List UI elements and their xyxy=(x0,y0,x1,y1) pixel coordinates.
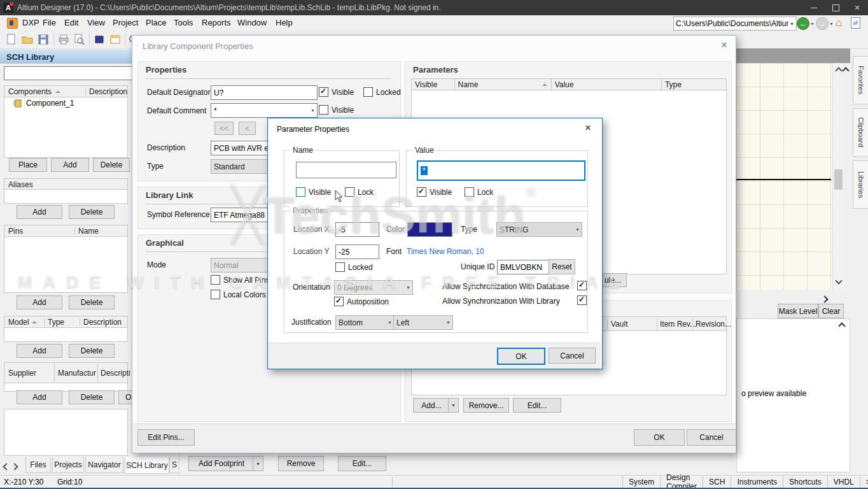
parameter-value-input[interactable]: * xyxy=(417,160,585,181)
add-pin-button[interactable]: Add xyxy=(17,295,62,309)
expand-right-icon[interactable] xyxy=(822,295,827,304)
param-dialog-close-icon[interactable]: × xyxy=(585,122,591,134)
collapse-panel-icon[interactable] xyxy=(839,322,844,330)
print-preview-icon[interactable] xyxy=(73,33,85,46)
show-all-pins-checkbox[interactable]: Show All Pins xyxy=(211,275,270,285)
menu-project[interactable]: Project xyxy=(108,15,143,31)
back-button[interactable]: ← xyxy=(797,17,809,30)
pins-list-header[interactable]: Pins Name xyxy=(4,225,128,237)
tab-truncated[interactable]: S xyxy=(169,457,179,473)
designator-visible-checkbox[interactable]: Visible xyxy=(319,87,354,97)
menu-help[interactable]: Help xyxy=(271,15,297,31)
tab-navigator[interactable]: Navigator xyxy=(85,457,123,473)
components-list-header[interactable]: Components Description xyxy=(4,85,128,98)
address-dropdown-icon[interactable]: ▼ xyxy=(790,22,794,26)
local-colors-checkbox[interactable]: Local Colors xyxy=(211,290,266,299)
panel-button-instruments[interactable]: Instruments xyxy=(731,476,783,488)
panels-icon[interactable] xyxy=(109,33,122,46)
add-alias-button[interactable]: Add xyxy=(17,205,62,219)
menu-edit[interactable]: Edit xyxy=(60,15,83,31)
sync-database-checkbox[interactable] xyxy=(577,281,587,290)
delete-model-button[interactable]: Delete xyxy=(69,344,115,358)
scroll-down-icon[interactable] xyxy=(835,277,842,284)
forward-button[interactable]: → xyxy=(816,17,829,30)
minimize-button[interactable] xyxy=(803,0,825,15)
components-list[interactable]: Component_1 xyxy=(4,97,128,158)
tab-files[interactable]: Files xyxy=(25,457,51,473)
delete-pin-button[interactable]: Delete xyxy=(69,295,115,309)
edit-footprint-button[interactable]: Edit... xyxy=(338,456,386,471)
parameter-name-input[interactable] xyxy=(296,162,396,178)
home-icon[interactable]: ⌂ xyxy=(836,17,842,29)
edit-model-dialog-button[interactable]: Edit... xyxy=(513,398,561,413)
param-dialog-cancel-button[interactable]: Cancel xyxy=(549,348,596,364)
schematic-sheet[interactable] xyxy=(736,63,832,290)
add-supplier-button[interactable]: Add xyxy=(17,390,62,404)
delete-component-button[interactable]: Delete xyxy=(93,158,130,172)
scrollbar-thumb[interactable] xyxy=(834,169,843,190)
model-list[interactable] xyxy=(4,327,128,342)
unique-id-input[interactable]: BMLVOBKN xyxy=(497,260,551,274)
nav-prev-button[interactable]: < xyxy=(239,122,256,135)
new-document-icon[interactable] xyxy=(5,33,18,46)
side-tab-favorites[interactable]: Favorites xyxy=(853,56,868,104)
tabs-scroll-right-icon[interactable] xyxy=(12,462,17,471)
add-footprint-button[interactable]: Add Footprint xyxy=(188,456,255,471)
location-y-input[interactable]: -25 xyxy=(335,244,379,259)
menu-file[interactable]: File xyxy=(38,15,60,31)
designator-locked-checkbox[interactable]: Locked xyxy=(363,87,401,97)
add-model-button[interactable]: Add xyxy=(17,344,62,358)
lib-dialog-cancel-button[interactable]: Cancel xyxy=(687,429,736,446)
delete-alias-button[interactable]: Delete xyxy=(69,205,115,219)
favorites-sync-icon[interactable]: ⇄ xyxy=(851,17,860,29)
component-filter-input[interactable] xyxy=(4,66,133,80)
delete-supplier-button[interactable]: Delete xyxy=(69,390,115,404)
autoposition-checkbox[interactable]: Autoposition xyxy=(334,297,389,306)
remove-footprint-button[interactable]: Remove xyxy=(278,456,324,471)
param-type-dropdown[interactable]: STRING▼ xyxy=(496,222,582,237)
menu-window[interactable]: Window xyxy=(233,15,271,31)
sync-library-checkbox[interactable] xyxy=(577,295,587,305)
justification-horizontal-dropdown[interactable]: Left▼ xyxy=(393,315,453,330)
place-button[interactable]: Place xyxy=(9,158,47,172)
lib-dialog-ok-button[interactable]: OK xyxy=(634,429,685,446)
param-dialog-ok-button[interactable]: OK xyxy=(497,348,545,365)
model-list-header[interactable]: Model Type Description xyxy=(4,316,128,329)
save-icon[interactable] xyxy=(37,33,50,46)
param-locked-checkbox[interactable]: Locked xyxy=(335,262,373,272)
menu-place[interactable]: Place xyxy=(141,15,171,31)
reset-unique-id-button[interactable]: Reset xyxy=(549,259,575,274)
menu-tools[interactable]: Tools xyxy=(169,15,197,31)
add-footprint-dropdown-button[interactable]: ▼ xyxy=(253,456,263,471)
add-component-button[interactable]: Add xyxy=(51,158,89,172)
remove-model-dialog-button[interactable]: Remove... xyxy=(463,398,509,413)
maximize-button[interactable] xyxy=(825,0,846,15)
forward-dropdown-icon[interactable]: ▼ xyxy=(829,22,834,26)
components-icon[interactable] xyxy=(93,33,106,46)
dropdown-arrow-icon[interactable]: ▼ xyxy=(311,108,315,113)
scroll-up-icon[interactable] xyxy=(835,67,842,74)
vertical-scrollbar[interactable] xyxy=(832,63,844,290)
print-icon[interactable] xyxy=(57,33,70,46)
side-tab-clipboard[interactable]: Clipboard xyxy=(853,108,868,157)
close-button[interactable]: × xyxy=(846,0,868,15)
panel-button-system[interactable]: System xyxy=(622,476,660,488)
color-swatch[interactable] xyxy=(407,222,452,237)
default-comment-combo[interactable]: *▼ xyxy=(211,103,318,118)
panel-button-vhdl[interactable]: VHDL xyxy=(827,476,860,488)
name-lock-checkbox[interactable]: Lock xyxy=(345,187,374,197)
default-designator-input[interactable]: U? xyxy=(211,85,318,100)
add-model-dialog-button[interactable]: Add... xyxy=(413,398,450,413)
panel-button-more[interactable]: >> xyxy=(860,476,868,488)
name-visible-checkbox[interactable]: Visible xyxy=(296,187,331,197)
panel-button-shortcuts[interactable]: Shortcuts xyxy=(783,476,827,488)
value-visible-checkbox[interactable]: Visible xyxy=(417,187,452,197)
edit-pins-button[interactable]: Edit Pins... xyxy=(137,429,195,446)
lib-dialog-close-icon[interactable]: × xyxy=(721,39,727,52)
address-bar[interactable]: C:\Users\Public\Documents\Altiur ▼ xyxy=(673,17,797,31)
component-row[interactable]: Component_1 xyxy=(4,97,127,108)
pins-list[interactable] xyxy=(4,236,128,293)
tabs-scroll-left-icon[interactable] xyxy=(4,462,9,471)
panel-button-sch[interactable]: SCH xyxy=(703,476,731,488)
orientation-dropdown[interactable]: 0 Degrees▼ xyxy=(334,280,413,295)
